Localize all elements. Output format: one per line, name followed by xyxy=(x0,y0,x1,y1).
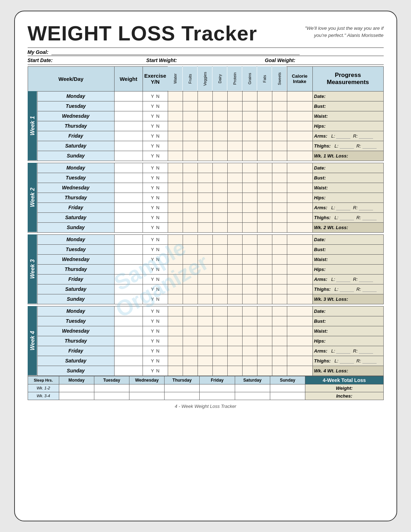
food-cell[interactable] xyxy=(212,212,227,222)
food-cell[interactable] xyxy=(227,203,242,212)
food-cell[interactable] xyxy=(257,326,272,336)
calorie-intake[interactable] xyxy=(287,294,312,304)
calorie-intake[interactable] xyxy=(287,101,312,111)
food-cell[interactable] xyxy=(183,326,198,336)
food-cell[interactable] xyxy=(272,264,287,274)
food-cell[interactable] xyxy=(183,244,198,254)
food-cell[interactable] xyxy=(242,356,257,366)
food-cell[interactable] xyxy=(168,101,183,111)
food-cell[interactable] xyxy=(257,193,272,203)
food-cell[interactable] xyxy=(272,151,287,161)
weight-input[interactable] xyxy=(114,212,143,222)
calorie-intake[interactable] xyxy=(287,151,312,161)
exercise-yn[interactable]: YN xyxy=(143,121,168,131)
food-cell[interactable] xyxy=(212,284,227,294)
calorie-intake[interactable] xyxy=(287,274,312,284)
exercise-yn[interactable]: YN xyxy=(143,326,168,336)
food-cell[interactable] xyxy=(227,163,242,173)
food-cell[interactable] xyxy=(212,121,227,131)
food-cell[interactable] xyxy=(212,183,227,193)
food-cell[interactable] xyxy=(198,336,212,346)
exercise-yn[interactable]: YN xyxy=(143,203,168,212)
food-cell[interactable] xyxy=(257,141,272,151)
food-cell[interactable] xyxy=(168,356,183,366)
food-cell[interactable] xyxy=(198,183,212,193)
food-cell[interactable] xyxy=(242,203,257,212)
food-cell[interactable] xyxy=(227,306,242,316)
food-cell[interactable] xyxy=(242,121,257,131)
exercise-yn[interactable]: YN xyxy=(143,173,168,183)
food-cell[interactable] xyxy=(272,346,287,356)
food-cell[interactable] xyxy=(198,121,212,131)
food-cell[interactable] xyxy=(242,306,257,316)
food-cell[interactable] xyxy=(227,91,242,101)
calorie-intake[interactable] xyxy=(287,163,312,173)
weight-input[interactable] xyxy=(114,244,143,254)
weight-input[interactable] xyxy=(114,183,143,193)
weight-input[interactable] xyxy=(114,173,143,183)
food-cell[interactable] xyxy=(242,284,257,294)
weight-input[interactable] xyxy=(114,234,143,244)
food-cell[interactable] xyxy=(227,346,242,356)
food-cell[interactable] xyxy=(183,222,198,232)
food-cell[interactable] xyxy=(198,356,212,366)
food-cell[interactable] xyxy=(272,163,287,173)
exercise-yn[interactable]: YN xyxy=(143,274,168,284)
food-cell[interactable] xyxy=(212,366,227,376)
food-cell[interactable] xyxy=(212,326,227,336)
sleep-wk12-wed[interactable] xyxy=(129,384,165,392)
food-cell[interactable] xyxy=(168,234,183,244)
food-cell[interactable] xyxy=(227,141,242,151)
food-cell[interactable] xyxy=(272,326,287,336)
food-cell[interactable] xyxy=(257,316,272,326)
food-cell[interactable] xyxy=(198,346,212,356)
food-cell[interactable] xyxy=(227,356,242,366)
food-cell[interactable] xyxy=(272,203,287,212)
exercise-yn[interactable]: YN xyxy=(143,346,168,356)
food-cell[interactable] xyxy=(198,294,212,304)
food-cell[interactable] xyxy=(242,151,257,161)
food-cell[interactable] xyxy=(242,346,257,356)
food-cell[interactable] xyxy=(212,151,227,161)
calorie-intake[interactable] xyxy=(287,254,312,264)
food-cell[interactable] xyxy=(242,91,257,101)
exercise-yn[interactable]: YN xyxy=(143,183,168,193)
sleep-wk34-sun[interactable] xyxy=(270,392,305,400)
weight-input[interactable] xyxy=(114,203,143,212)
food-cell[interactable] xyxy=(183,264,198,274)
food-cell[interactable] xyxy=(198,316,212,326)
food-cell[interactable] xyxy=(168,141,183,151)
calorie-intake[interactable] xyxy=(287,366,312,376)
exercise-yn[interactable]: YN xyxy=(143,212,168,222)
food-cell[interactable] xyxy=(272,274,287,284)
food-cell[interactable] xyxy=(212,274,227,284)
food-cell[interactable] xyxy=(212,131,227,141)
exercise-yn[interactable]: YN xyxy=(143,366,168,376)
weight-input[interactable] xyxy=(114,264,143,274)
food-cell[interactable] xyxy=(227,294,242,304)
calorie-intake[interactable] xyxy=(287,212,312,222)
calorie-intake[interactable] xyxy=(287,336,312,346)
food-cell[interactable] xyxy=(227,366,242,376)
food-cell[interactable] xyxy=(183,121,198,131)
food-cell[interactable] xyxy=(183,284,198,294)
weight-input[interactable] xyxy=(114,111,143,121)
food-cell[interactable] xyxy=(168,183,183,193)
food-cell[interactable] xyxy=(257,163,272,173)
calorie-intake[interactable] xyxy=(287,121,312,131)
food-cell[interactable] xyxy=(198,222,212,232)
food-cell[interactable] xyxy=(242,101,257,111)
food-cell[interactable] xyxy=(227,173,242,183)
food-cell[interactable] xyxy=(257,356,272,366)
food-cell[interactable] xyxy=(212,294,227,304)
food-cell[interactable] xyxy=(242,336,257,346)
food-cell[interactable] xyxy=(272,316,287,326)
food-cell[interactable] xyxy=(257,91,272,101)
food-cell[interactable] xyxy=(212,222,227,232)
calorie-intake[interactable] xyxy=(287,356,312,366)
weight-input[interactable] xyxy=(114,131,143,141)
food-cell[interactable] xyxy=(198,326,212,336)
food-cell[interactable] xyxy=(212,336,227,346)
food-cell[interactable] xyxy=(183,336,198,346)
food-cell[interactable] xyxy=(212,244,227,254)
